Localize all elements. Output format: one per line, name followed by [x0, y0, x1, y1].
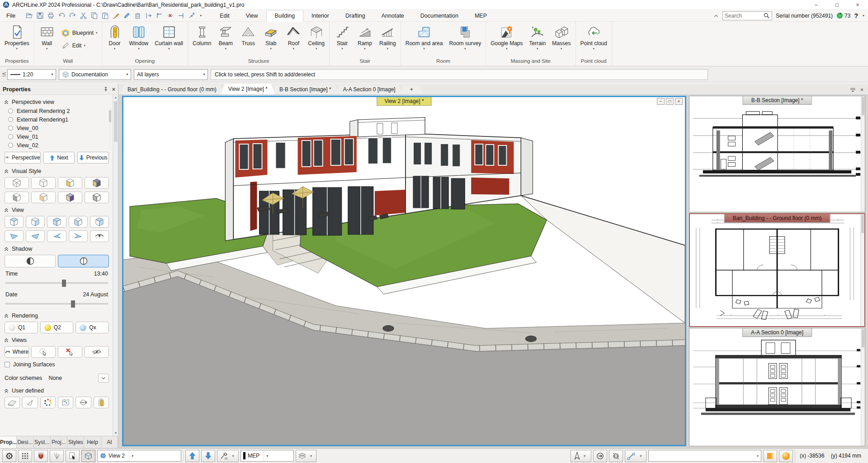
- style-transparent-button[interactable]: [31, 192, 56, 203]
- layer-combo[interactable]: All layers ▾: [134, 69, 208, 80]
- viewport-aa-section[interactable]: A-A Section 0 [Image]: [689, 328, 865, 446]
- time-slider[interactable]: [5, 280, 108, 287]
- tab-interior[interactable]: Interior: [303, 10, 337, 22]
- floor-down-button[interactable]: [201, 450, 215, 462]
- view-option[interactable]: View_01: [2, 132, 108, 141]
- collapse-ribbon-icon[interactable]: [713, 13, 719, 19]
- copy-icon[interactable]: [90, 12, 98, 19]
- ramp-button[interactable]: Ramp▾: [354, 23, 376, 56]
- hide-selected-button[interactable]: [58, 346, 82, 358]
- ud-map-button[interactable]: [58, 397, 73, 408]
- viewport-title[interactable]: A-A Section 0 [Image]: [742, 328, 812, 337]
- truss-button[interactable]: Truss: [237, 23, 259, 56]
- perspective-button[interactable]: Perspective: [5, 152, 41, 164]
- help-caret[interactable]: ▾: [863, 14, 864, 18]
- active-view-combo[interactable]: View 2 ▾: [97, 450, 181, 462]
- date-slider[interactable]: [5, 300, 108, 308]
- trim-icon[interactable]: [177, 12, 185, 19]
- 3d-tools-button[interactable]: 3D▾: [217, 450, 239, 462]
- view-scrollbar[interactable]: [861, 328, 865, 446]
- tab-mep[interactable]: MEP: [467, 10, 495, 22]
- show-hidden-button[interactable]: [85, 346, 109, 358]
- tab-list-icon[interactable]: [850, 88, 856, 93]
- open-folder-icon[interactable]: [25, 12, 33, 19]
- close-button[interactable]: ×: [847, 0, 868, 10]
- panel-tab-design[interactable]: Desi...: [17, 436, 33, 448]
- view-option[interactable]: View_00: [2, 124, 108, 132]
- new-drawing-tab[interactable]: +: [400, 85, 423, 94]
- world-rotate-button[interactable]: [609, 450, 623, 462]
- render-q2-button[interactable]: Q2: [40, 322, 74, 333]
- view-right-button[interactable]: [26, 216, 45, 228]
- drawing-tab-floorplan[interactable]: Bari_Building - - Ground floor (0 mm): [120, 85, 224, 94]
- tab-building[interactable]: Building: [266, 10, 303, 22]
- close-drawing-icon[interactable]: ×: [860, 88, 863, 93]
- pen-icon[interactable]: [123, 12, 131, 19]
- style-textured-button[interactable]: [85, 177, 109, 189]
- view-axon-button[interactable]: [90, 216, 109, 228]
- properties-button[interactable]: Properties▾: [1, 23, 33, 56]
- docked-toolbar-handle[interactable]: Vi: [0, 68, 6, 81]
- color-schemes-dropdown[interactable]: [98, 374, 109, 383]
- previous-view-button[interactable]: Previous: [77, 152, 109, 164]
- look-camera-button[interactable]: [90, 230, 109, 242]
- drawing-tab-view2[interactable]: View 2 [Image] *: [221, 84, 275, 94]
- tab-documentation[interactable]: Documentation: [412, 10, 467, 22]
- masses-button[interactable]: Masses▾: [549, 23, 574, 56]
- look-nw-button[interactable]: [26, 230, 45, 242]
- menu-file[interactable]: File: [0, 13, 22, 19]
- wall-button[interactable]: Wall▾: [36, 23, 58, 56]
- select-mode-button[interactable]: [66, 450, 80, 462]
- viewport-close[interactable]: ×: [675, 98, 683, 105]
- command-input[interactable]: [649, 451, 755, 461]
- ud-door-button[interactable]: [94, 397, 109, 408]
- view-scrollbar[interactable]: [861, 96, 865, 212]
- brush-icon[interactable]: [112, 12, 120, 19]
- search-input[interactable]: [725, 13, 764, 19]
- date-slider-thumb[interactable]: [71, 300, 75, 308]
- where-button[interactable]: Where: [5, 346, 29, 358]
- minimize-button[interactable]: −: [806, 0, 826, 10]
- blueprint-button[interactable]: Blueprint▾: [61, 28, 98, 37]
- beam-button[interactable]: Beam▾: [214, 23, 237, 56]
- search-icon[interactable]: [764, 13, 769, 19]
- panel-tab-help[interactable]: Help: [84, 436, 101, 448]
- scale-combo[interactable]: 1:20 ▾: [7, 69, 56, 80]
- node-plus-icon[interactable]: [188, 12, 196, 19]
- room-survey-button[interactable]: Room survey▾: [446, 23, 484, 56]
- style-wireframe-button[interactable]: [5, 177, 29, 189]
- joining-surfaces-checkbox[interactable]: [5, 362, 10, 367]
- shadow-off-button[interactable]: [5, 255, 56, 267]
- north-arrow-button[interactable]: ▾: [571, 450, 591, 462]
- drawing-tab-aa-section[interactable]: A-A Section 0 [Image]: [336, 85, 403, 94]
- section-visual-style[interactable]: Visual Style: [2, 166, 112, 176]
- time-slider-thumb[interactable]: [62, 280, 66, 287]
- view-option[interactable]: External Rendering 2: [2, 107, 108, 115]
- terrain-button[interactable]: Terrain▾: [526, 23, 549, 56]
- redo-icon[interactable]: [69, 12, 76, 19]
- window-button[interactable]: Window▾: [126, 23, 152, 56]
- section-perspective-view[interactable]: Perspective view: [2, 97, 112, 107]
- undo-icon[interactable]: [58, 12, 66, 19]
- style-shaded-button[interactable]: [58, 177, 82, 189]
- layers-button[interactable]: ▾: [296, 450, 316, 462]
- look-ne-button[interactable]: [5, 230, 24, 242]
- render-sphere-button[interactable]: [779, 450, 793, 462]
- look-w-button[interactable]: [47, 230, 66, 242]
- section-shadow[interactable]: Shadow: [2, 243, 112, 253]
- room-and-area-button[interactable]: Room and area▾: [402, 23, 446, 56]
- slab-button[interactable]: Slab▾: [259, 23, 282, 56]
- section-views[interactable]: Views: [2, 335, 112, 345]
- ceiling-button[interactable]: Ceiling▾: [305, 23, 328, 56]
- panel-scrollbar[interactable]: ▲▼: [113, 95, 118, 436]
- render-qx-button[interactable]: Qx: [75, 322, 109, 333]
- tab-drafting[interactable]: Drafting: [337, 10, 373, 22]
- save-icon[interactable]: [36, 12, 44, 19]
- ud-orbit-button[interactable]: [75, 397, 91, 408]
- ud-arrow-button[interactable]: [22, 397, 38, 408]
- section-rendering[interactable]: Rendering: [2, 310, 112, 320]
- google-maps-button[interactable]: Google Maps▾: [487, 23, 526, 56]
- viewport-title[interactable]: B-B Section [Image] *: [743, 96, 812, 105]
- viewport-ground-floor[interactable]: Bari_Building - - Ground floor (0 mm): [689, 213, 865, 327]
- column-button[interactable]: Column: [189, 23, 214, 56]
